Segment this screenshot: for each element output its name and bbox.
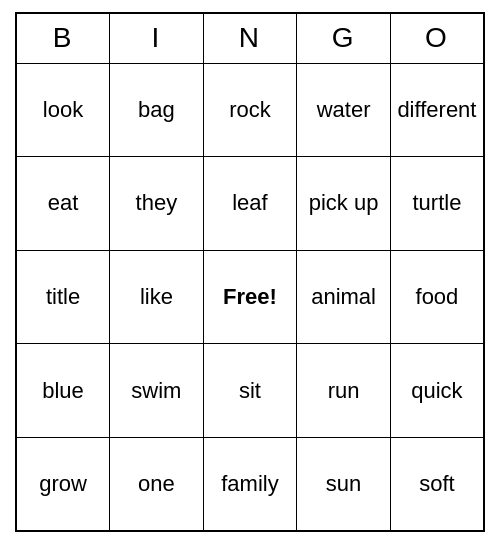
table-cell: like [110,250,204,344]
bingo-board: B I N G O lookbagrockwaterdifferenteatth… [15,12,485,532]
table-cell: turtle [390,157,484,251]
table-cell: swim [110,344,204,438]
header-g: G [297,13,391,63]
table-row: growonefamilysunsoft [16,437,484,531]
table-cell: pick up [297,157,391,251]
bingo-table: B I N G O lookbagrockwaterdifferenteatth… [15,12,485,532]
header-b: B [16,13,110,63]
table-cell: water [297,63,391,157]
table-cell: title [16,250,110,344]
table-cell: sit [203,344,297,438]
table-cell: animal [297,250,391,344]
table-cell: family [203,437,297,531]
table-cell: food [390,250,484,344]
table-cell: one [110,437,204,531]
table-cell: blue [16,344,110,438]
table-cell: sun [297,437,391,531]
header-i: I [110,13,204,63]
table-row: lookbagrockwaterdifferent [16,63,484,157]
table-row: titlelikeFree!animalfood [16,250,484,344]
table-cell: grow [16,437,110,531]
table-cell: eat [16,157,110,251]
header-row: B I N G O [16,13,484,63]
header-n: N [203,13,297,63]
table-cell: quick [390,344,484,438]
table-cell: bag [110,63,204,157]
table-cell: Free! [203,250,297,344]
header-o: O [390,13,484,63]
table-cell: look [16,63,110,157]
table-cell: rock [203,63,297,157]
table-cell: different [390,63,484,157]
table-row: blueswimsitrunquick [16,344,484,438]
table-cell: run [297,344,391,438]
table-cell: leaf [203,157,297,251]
table-cell: they [110,157,204,251]
table-cell: soft [390,437,484,531]
table-row: eattheyleafpick upturtle [16,157,484,251]
